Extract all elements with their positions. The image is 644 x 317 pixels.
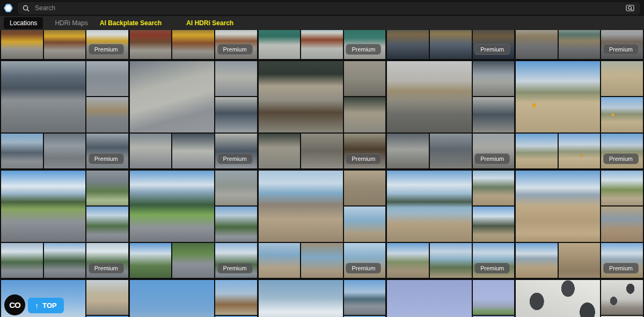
search-input[interactable] [34,4,620,12]
thumbnail-r1 [473,61,515,96]
tab-ai-backplate-search[interactable]: AI Backplate Search [100,19,162,27]
premium-badge: Premium [474,44,510,55]
location-tile-night-wet-street[interactable]: Premium [387,30,514,59]
tab-locations[interactable]: Locations [4,17,43,29]
location-tile-lake-shore-boulders[interactable]: Premium [259,171,386,278]
premium-badge: Premium [603,44,639,55]
thumbnail-big [387,280,471,317]
thumbnail-b1 [1,134,43,168]
location-tile-plaza-columns-reichstag-flag[interactable]: Premium [387,61,514,168]
thumbnail-r1 [344,280,386,315]
location-tile-rail-yard-boxcars[interactable]: Premium [130,30,257,59]
thumbnail-r2 [86,207,128,241]
thumbnail-b1 [516,134,558,168]
thumbnail-b1 [130,134,172,168]
search-icon [23,5,30,12]
thumbnail-big [387,171,471,242]
thumbnail-big [1,171,85,242]
location-gallery-viewport[interactable]: PremiumPremiumPremiumPremiumPremiumPremi… [0,30,644,317]
thumbnail-b1 [259,243,301,278]
premium-badge: Premium [346,153,381,164]
location-tile-lake-panorama-dirt-track[interactable]: Premium [387,171,514,278]
thumbnail-big [387,61,471,132]
top-bar [0,0,644,16]
thumbnail-r1 [344,171,386,205]
location-tile-lavender-sky-city-skyline[interactable]: Premium [387,280,514,317]
premium-badge: Premium [474,153,510,164]
thumbnail-r1 [601,171,643,205]
thumbnail-b2 [44,134,86,168]
thumbnail-b2 [172,30,214,59]
thumbnail-big [1,61,85,132]
thumbnail-r2 [215,97,257,132]
thumbnail-r1 [601,280,643,315]
thumbnail-big [130,280,214,317]
thumbnail-b2 [301,243,343,278]
premium-badge: Premium [89,263,124,274]
thumbnail-r2 [344,97,386,132]
thumbnail-b2 [172,243,214,278]
thumbnail-big [130,171,214,242]
thumbnail-r1 [215,61,257,96]
thumbnail-big [516,61,600,132]
app-logo-icon[interactable] [4,4,13,13]
location-tile-rail-yard-yellow-caboose[interactable]: Premium [1,30,128,59]
thumbnail-big [516,280,600,317]
location-tile-riverbank-cobblestone[interactable]: Premium [259,61,386,168]
thumbnail-b1 [1,243,43,278]
thumbnail-big [130,61,214,132]
co-logo-label: CO [9,300,20,309]
location-tile-dirt-lot-yellow-machinery[interactable]: Premium [516,61,643,168]
tab-ai-hdri-search[interactable]: AI HDRi Search [186,19,233,27]
thumbnail-b1 [259,30,301,59]
location-tile-concrete-government-building[interactable]: Premium [1,61,128,168]
thumbnail-big [259,61,343,132]
location-tile-concrete-curve-glass-circle[interactable]: Premium [130,61,257,168]
thumbnail-r1 [344,61,386,96]
thumbnail-r1 [86,61,128,96]
co-logo-button[interactable]: CO [4,294,25,315]
premium-badge: Premium [89,44,124,55]
location-tile-forest-road-curve[interactable]: Premium [130,171,257,278]
thumbnail-b1 [259,134,301,168]
premium-badge: Premium [217,44,253,55]
location-tile-mountain-cloud-highway[interactable]: Premium [259,280,386,317]
thumbnail-r1 [473,280,515,315]
thumbnail-r1 [86,280,128,315]
thumbnail-b2 [430,30,472,59]
thumbnail-r2 [601,207,643,241]
thumbnail-r1 [601,61,643,96]
thumbnail-big [516,171,600,242]
arrow-up-icon: ↑ [35,301,39,310]
location-tile-rail-yard-green-coaches[interactable]: Premium [259,30,386,59]
location-tile-rocky-hill-snow-mountains[interactable]: Premium [516,171,643,278]
thumbnail-b1 [516,243,558,278]
thumbnail-b1 [516,30,558,59]
premium-badge: Premium [89,153,124,164]
location-tile-mountain-hairpin-road[interactable]: Premium [1,171,128,278]
location-tile-rusty-mine-headframe[interactable]: Premium [130,280,257,317]
image-search-button[interactable] [625,3,635,13]
thumbnail-b2 [301,30,343,59]
premium-badge: Premium [217,153,253,164]
search-bar[interactable] [18,2,640,14]
thumbnail-b1 [387,134,429,168]
thumbnail-b2 [44,30,86,59]
thumbnail-r2 [215,207,257,241]
thumbnail-big [259,171,343,242]
thumbnail-b1 [387,30,429,59]
premium-badge: Premium [603,153,639,164]
thumbnail-b2 [559,243,601,278]
thumbnail-r1 [215,280,257,315]
thumbnail-r2 [344,207,386,241]
location-tile-overcast-city-plaza[interactable]: Premium [516,30,643,59]
thumbnail-b1 [387,243,429,278]
scroll-to-top-button[interactable]: ↑ TOP [28,298,64,313]
tab-hdri-maps[interactable]: HDRi Maps [55,19,87,27]
thumbnail-b2 [172,134,214,168]
premium-badge: Premium [474,263,510,274]
thumbnail-big [259,280,343,317]
thumbnail-b1 [130,30,172,59]
location-tile-white-organic-facade-holes[interactable]: Premium [516,280,643,317]
thumbnail-r2 [86,97,128,132]
